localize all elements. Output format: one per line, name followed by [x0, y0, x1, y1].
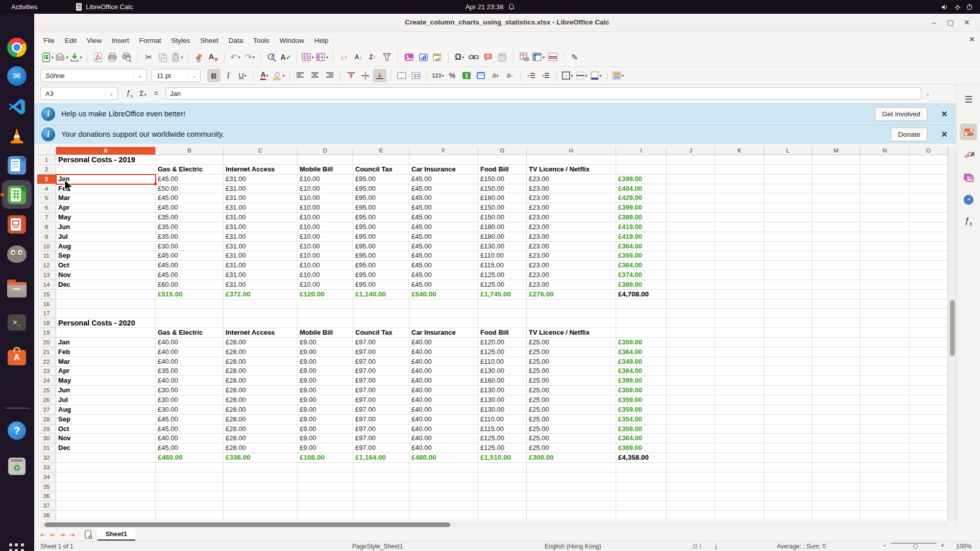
cell-E22[interactable]: £97.00 [353, 357, 409, 367]
row-header-6[interactable]: 6 [37, 203, 56, 213]
cell-K8[interactable] [715, 222, 764, 232]
cell-C1[interactable] [224, 155, 298, 165]
align-left-icon[interactable] [294, 69, 307, 82]
cell-K32[interactable] [715, 453, 764, 463]
close-button[interactable]: ✕ [961, 17, 973, 29]
menu-file[interactable]: File [38, 35, 60, 46]
cell-A26[interactable]: Jul [56, 395, 156, 405]
cell-A11[interactable]: Sep [56, 251, 156, 261]
cell-H22[interactable]: £25.00 [527, 357, 616, 367]
cell-N7[interactable] [861, 213, 910, 222]
horizontal-scrollbar-thumb[interactable] [44, 522, 450, 527]
cell-J3[interactable] [667, 174, 715, 184]
cell-C28[interactable]: £28.00 [224, 415, 298, 424]
minimize-button[interactable]: – [928, 17, 940, 29]
row-header-19[interactable]: 19 [37, 328, 56, 338]
cell-H35[interactable] [527, 482, 616, 492]
formula-icon[interactable]: = [150, 89, 163, 97]
zoom-slider-thumb[interactable] [913, 544, 918, 549]
menu-sheet[interactable]: Sheet [195, 35, 223, 46]
styles-icon[interactable]: A [960, 147, 977, 164]
cell-C17[interactable] [224, 309, 298, 318]
page-style-label[interactable]: PageStyle_Sheet1 [352, 543, 403, 550]
cell-N23[interactable] [861, 366, 910, 376]
column-header-B[interactable]: B [156, 147, 224, 155]
cell-D30[interactable]: £9.00 [298, 434, 353, 443]
cell-M35[interactable] [812, 482, 861, 492]
cell-L1[interactable] [764, 155, 812, 165]
cell-A35[interactable] [56, 482, 156, 492]
row-header-34[interactable]: 34 [37, 472, 56, 482]
cell-N11[interactable] [861, 251, 910, 261]
freeze-rows-columns-icon[interactable]: ▾ [532, 51, 545, 64]
cell-E27[interactable]: £97.00 [353, 405, 409, 415]
cell-D34[interactable] [298, 472, 353, 482]
cell-J17[interactable] [667, 309, 715, 318]
cell-O1[interactable] [910, 155, 948, 165]
cell-G31[interactable]: £125.00 [478, 443, 527, 453]
cell-B11[interactable]: £45.00 [156, 251, 224, 261]
cell-F36[interactable] [409, 491, 478, 501]
cell-K6[interactable] [715, 203, 764, 213]
cell-E38[interactable] [353, 511, 409, 520]
cell-D10[interactable]: £10.00 [298, 242, 353, 252]
bold-icon[interactable]: B [207, 69, 220, 82]
cell-I9[interactable]: £419.00 [616, 232, 667, 242]
cell-H23[interactable]: £25.00 [527, 366, 616, 376]
cell-G13[interactable]: £125.00 [478, 270, 527, 280]
cell-D17[interactable] [298, 309, 353, 318]
cell-L2[interactable] [764, 165, 812, 174]
cell-O21[interactable] [910, 347, 948, 357]
cell-G36[interactable] [478, 491, 527, 501]
cell-I14[interactable]: £389.00 [616, 280, 667, 290]
cell-L12[interactable] [764, 261, 812, 270]
cell-A31[interactable]: Dec [56, 443, 156, 453]
cell-N17[interactable] [861, 309, 910, 318]
headers-footers-icon[interactable] [496, 51, 509, 64]
column-header-D[interactable]: D [298, 147, 353, 155]
cell-F10[interactable]: £45.00 [409, 242, 478, 252]
cell-N2[interactable] [861, 165, 910, 174]
cell-N36[interactable] [861, 491, 910, 501]
cell-G29[interactable]: £115.00 [478, 424, 527, 434]
last-sheet-icon[interactable]: ⇥ [69, 531, 75, 539]
cell-L36[interactable] [764, 491, 812, 501]
cell-N37[interactable] [861, 501, 910, 511]
vscode-dock-icon[interactable] [6, 95, 28, 117]
row-header-28[interactable]: 28 [37, 415, 56, 424]
cell-H28[interactable]: £25.00 [527, 415, 616, 424]
cell-O9[interactable] [910, 232, 948, 242]
cell-H17[interactable] [527, 309, 616, 318]
cell-G27[interactable]: £130.00 [478, 405, 527, 415]
row-header-12[interactable]: 12 [37, 261, 56, 270]
format-as-date-icon[interactable] [474, 69, 487, 82]
cell-A5[interactable]: Mar [56, 193, 156, 203]
cell-F20[interactable]: £40.00 [409, 338, 478, 347]
cell-E24[interactable]: £97.00 [353, 376, 409, 386]
cell-B36[interactable] [156, 491, 224, 501]
cell-L34[interactable] [764, 472, 812, 482]
cell-M15[interactable] [812, 290, 861, 299]
cell-C13[interactable]: £31.00 [224, 270, 298, 280]
format-as-percent-icon[interactable]: % [446, 69, 459, 82]
cell-A30[interactable]: Nov [56, 434, 156, 443]
cell-O35[interactable] [910, 482, 948, 492]
cell-J8[interactable] [667, 222, 715, 232]
cell-J28[interactable] [667, 415, 715, 424]
cell-I19[interactable] [616, 328, 667, 338]
cell-M34[interactable] [812, 472, 861, 482]
cell-L38[interactable] [764, 511, 812, 520]
row-header-7[interactable]: 7 [37, 213, 56, 222]
cell-O31[interactable] [910, 443, 948, 453]
cell-G4[interactable]: £150.00 [478, 184, 527, 194]
cell-J13[interactable] [667, 270, 715, 280]
cell-M22[interactable] [812, 357, 861, 367]
cell-C6[interactable]: £31.00 [224, 203, 298, 213]
row-header-25[interactable]: 25 [37, 386, 56, 395]
insert-pivot-table-icon[interactable] [431, 51, 444, 64]
cell-C34[interactable] [224, 472, 298, 482]
cell-L30[interactable] [764, 434, 812, 443]
cell-J27[interactable] [667, 405, 715, 415]
cell-J30[interactable] [667, 434, 715, 443]
cell-C35[interactable] [224, 482, 298, 492]
